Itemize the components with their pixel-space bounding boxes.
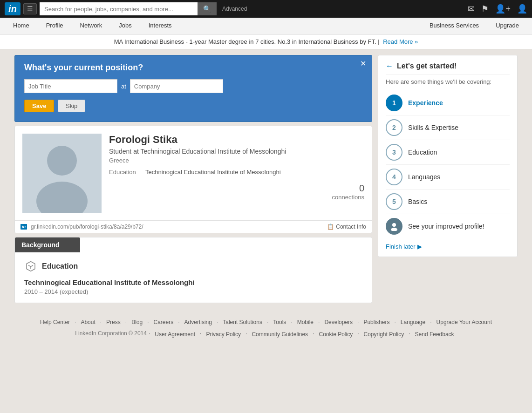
footer-link-press[interactable]: Press bbox=[103, 318, 123, 326]
finish-later-link[interactable]: Finish later ▶ bbox=[386, 243, 510, 250]
linkedin-logo[interactable]: in bbox=[5, 2, 20, 15]
get-started-title: ← Let's get started! bbox=[386, 62, 510, 74]
flag-icon[interactable]: ⚑ bbox=[481, 4, 489, 14]
footer-link-blog[interactable]: Blog bbox=[129, 318, 145, 326]
position-card-title: What's your current position? bbox=[24, 63, 362, 73]
step-4-circle: 4 bbox=[386, 169, 402, 185]
position-actions: Save Skip bbox=[24, 100, 362, 112]
step-3-item[interactable]: 3 Education bbox=[386, 140, 510, 165]
step-4-label: Languages bbox=[408, 173, 440, 181]
footer-link-developers[interactable]: Developers bbox=[321, 318, 355, 326]
background-header: Background bbox=[15, 237, 80, 252]
company-input[interactable] bbox=[130, 79, 223, 93]
step-1-label: Experience bbox=[408, 99, 443, 107]
position-card: ✕ What's your current position? at Save … bbox=[14, 55, 372, 122]
profile-preview-item[interactable]: See your improved profile! bbox=[386, 214, 510, 238]
contact-info-button[interactable]: 📋 Contact Info bbox=[327, 223, 366, 230]
nav-interests[interactable]: Interests bbox=[140, 18, 180, 34]
step-5-item[interactable]: 5 Basics bbox=[386, 190, 510, 214]
close-button[interactable]: ✕ bbox=[360, 60, 366, 68]
step-2-circle: 2 bbox=[386, 119, 402, 136]
nav-profile[interactable]: Profile bbox=[38, 18, 72, 34]
step-1-circle: 1 bbox=[386, 95, 402, 111]
footer-link-language[interactable]: Language bbox=[398, 318, 428, 326]
step-5-circle: 5 bbox=[386, 193, 402, 210]
school-dates: 2010 – 2014 (expected) bbox=[24, 288, 362, 295]
back-arrow-icon: ← bbox=[386, 62, 393, 70]
connections-count: 0 connections bbox=[109, 183, 364, 201]
step-2-item[interactable]: 2 Skills & Expertise bbox=[386, 115, 510, 140]
nav-upgrade[interactable]: Upgrade bbox=[487, 18, 527, 34]
footer-link-cookie[interactable]: Cookie Policy bbox=[316, 330, 355, 339]
footer-link-talent[interactable]: Talent Solutions bbox=[220, 318, 265, 326]
get-started-label: Let's get started! bbox=[397, 62, 457, 70]
profile-headline: Student at Techninogical Educational Ins… bbox=[109, 148, 364, 155]
profile-name: Forologi Stika bbox=[109, 134, 364, 146]
nav-network[interactable]: Network bbox=[72, 18, 111, 34]
step-4-item[interactable]: 4 Languages bbox=[386, 165, 510, 190]
svg-point-1 bbox=[47, 146, 77, 176]
footer-link-useragreement[interactable]: User Agreement bbox=[152, 330, 198, 339]
profile-info: Forologi Stika Student at Techninogical … bbox=[109, 134, 364, 213]
contact-info-icon: 📋 bbox=[327, 223, 334, 230]
footer-copy: LinkedIn Corporation © 2014 · User Agree… bbox=[9, 330, 523, 339]
footer-link-about[interactable]: About bbox=[78, 318, 98, 326]
education-value: Techninogical Educational Institute of M… bbox=[145, 169, 281, 176]
education-label: Education bbox=[109, 169, 142, 176]
search-bar: 🔍 bbox=[40, 2, 217, 15]
copyright-text: LinkedIn Corporation © 2014 bbox=[75, 330, 147, 339]
search-button[interactable]: 🔍 bbox=[198, 2, 217, 15]
step-3-label: Education bbox=[408, 149, 437, 156]
finish-later-label: Finish later bbox=[386, 243, 416, 250]
step-3-circle: 3 bbox=[386, 144, 402, 161]
nav-business[interactable]: Business Services bbox=[421, 18, 487, 34]
promo-banner: MA International Business - 1-year Maste… bbox=[0, 34, 532, 49]
save-button[interactable]: Save bbox=[24, 100, 54, 112]
footer-links: Help Center · About · Press · Blog · Car… bbox=[9, 318, 523, 326]
at-label: at bbox=[121, 83, 126, 90]
position-fields: at bbox=[24, 79, 362, 93]
footer-link-privacy[interactable]: Privacy Policy bbox=[203, 330, 244, 339]
footer-link-copyright[interactable]: Copyright Policy bbox=[361, 330, 407, 339]
footer-link-mobile[interactable]: Mobile bbox=[294, 318, 316, 326]
search-input[interactable] bbox=[40, 2, 198, 15]
footer-link-helpcenter[interactable]: Help Center bbox=[37, 318, 73, 326]
profile-url[interactable]: gr.linkedin.com/pub/forologi-stika/8a/a2… bbox=[31, 223, 143, 230]
connections-num: 0 bbox=[109, 183, 364, 194]
advanced-search-link[interactable]: Advanced bbox=[222, 6, 247, 12]
get-started-card: ← Let's get started! Here are some thing… bbox=[378, 55, 518, 257]
job-title-input[interactable] bbox=[24, 79, 117, 93]
content-area: ✕ What's your current position? at Save … bbox=[10, 55, 522, 303]
footer-link-feedback[interactable]: Send Feedback bbox=[412, 330, 457, 339]
profile-card: Forologi Stika Student at Techninogical … bbox=[14, 126, 372, 233]
avatar bbox=[22, 134, 102, 213]
school-name: Techninogical Educational Institute of M… bbox=[24, 278, 362, 286]
linkedin-small-icon: in bbox=[20, 224, 27, 230]
footer-link-community[interactable]: Community Guidelines bbox=[249, 330, 311, 339]
background-body: Education Techninogical Educational Inst… bbox=[15, 252, 372, 303]
hamburger-button[interactable]: ☰ bbox=[23, 3, 37, 14]
footer: Help Center · About · Press · Blog · Car… bbox=[0, 309, 532, 343]
footer-link-publishers[interactable]: Publishers bbox=[361, 318, 392, 326]
profile-footer: in gr.linkedin.com/pub/forologi-stika/8a… bbox=[15, 220, 372, 233]
footer-link-advertising[interactable]: Advertising bbox=[182, 318, 215, 326]
footer-link-careers[interactable]: Careers bbox=[151, 318, 177, 326]
footer-link-tools[interactable]: Tools bbox=[270, 318, 289, 326]
profile-education-row: Education Techninogical Educational Inst… bbox=[109, 169, 364, 176]
step-5-label: Basics bbox=[408, 198, 427, 205]
read-more-link[interactable]: Read More » bbox=[383, 38, 418, 45]
main-nav-right: Business Services Upgrade bbox=[421, 18, 527, 34]
profile-location: Greece bbox=[109, 157, 364, 164]
add-connections-icon[interactable]: 👤+ bbox=[495, 4, 511, 14]
nav-home[interactable]: Home bbox=[5, 18, 38, 34]
step-1-item[interactable]: 1 Experience bbox=[386, 91, 510, 115]
account-icon[interactable]: 👤 bbox=[517, 4, 527, 14]
nav-jobs[interactable]: Jobs bbox=[110, 18, 140, 34]
education-icon bbox=[24, 260, 37, 273]
profile-preview-label: See your improved profile! bbox=[408, 223, 484, 230]
messages-icon[interactable]: ✉ bbox=[468, 4, 475, 14]
finish-later-arrow: ▶ bbox=[417, 243, 422, 250]
right-sidebar: ← Let's get started! Here are some thing… bbox=[378, 55, 518, 303]
footer-link-upgrade[interactable]: Upgrade Your Account bbox=[434, 318, 495, 326]
skip-button[interactable]: Skip bbox=[58, 100, 85, 112]
